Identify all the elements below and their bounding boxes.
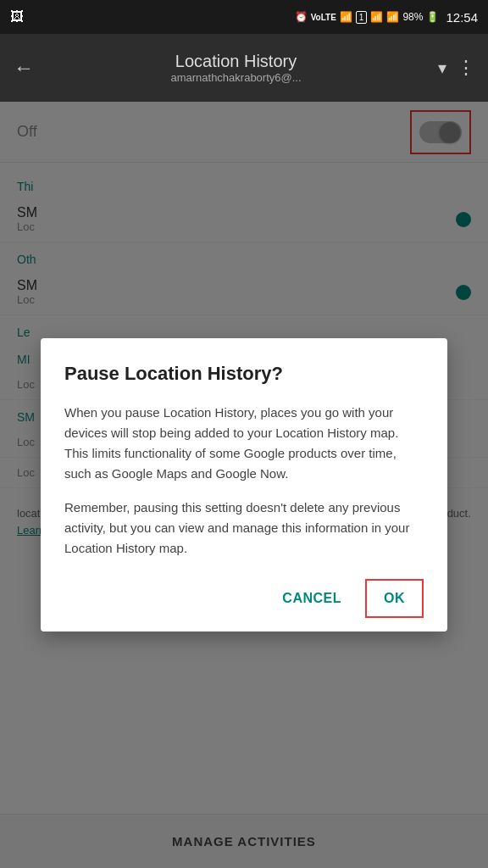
lte-icon: VoLTE (311, 13, 336, 22)
wifi-icon: 📶 (340, 11, 352, 23)
status-bar: 🖼 ⏰ VoLTE 📶 1 📶 📶 98% 🔋 12:54 (0, 0, 488, 34)
cancel-button[interactable]: CANCEL (265, 581, 358, 616)
app-bar-subtitle: amarnathchakraborty6@... (170, 71, 301, 84)
status-icons: ⏰ VoLTE 📶 1 📶 📶 98% 🔋 12:54 (295, 10, 478, 25)
clock: 12:54 (446, 10, 478, 25)
dialog-body-paragraph-1: When you pause Location History, places … (64, 403, 424, 484)
main-content: Off Thi SM Loc Oth SM Loc Le MI L (0, 102, 488, 868)
signal2-icon: 📶 (386, 11, 399, 23)
signal1-icon: 📶 (370, 11, 383, 23)
app-bar-actions: ▾ ⋮ (438, 57, 474, 79)
battery-icon: 🔋 (426, 11, 439, 23)
back-button[interactable]: ← (14, 56, 34, 80)
alarm-icon: ⏰ (295, 11, 308, 23)
dialog-overlay: Pause Location History? When you pause L… (0, 102, 488, 868)
ok-button[interactable]: OK (365, 579, 424, 618)
dialog-title: Pause Location History? (64, 362, 424, 387)
dialog-body-paragraph-2: Remember, pausing this setting doesn't d… (64, 498, 424, 559)
more-options-icon[interactable]: ⋮ (457, 57, 474, 79)
app-bar-title-group: Location History amarnathchakraborty6@..… (47, 52, 424, 84)
status-bar-left-icon: 🖼 (10, 9, 24, 25)
dialog-body: When you pause Location History, places … (64, 403, 424, 559)
dialog-actions: CANCEL OK (64, 572, 424, 618)
app-bar: ← Location History amarnathchakraborty6@… (0, 34, 488, 102)
sim-icon: 1 (356, 11, 368, 24)
app-bar-title: Location History (175, 52, 297, 71)
dropdown-icon[interactable]: ▾ (438, 58, 446, 78)
battery-percent: 98% (402, 11, 423, 23)
dialog: Pause Location History? When you pause L… (41, 338, 447, 632)
